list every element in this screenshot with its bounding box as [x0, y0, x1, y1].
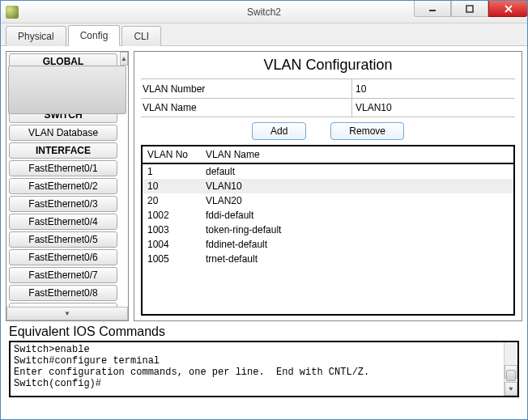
tab-config[interactable]: Config: [68, 25, 121, 46]
cell-vlan-name: VLAN10: [201, 179, 513, 193]
ios-scrollbar[interactable]: ▲ ▼: [504, 342, 517, 396]
cell-vlan-name: VLAN20: [201, 193, 513, 208]
table-row[interactable]: 20VLAN20: [143, 193, 513, 208]
scroll-thumb[interactable]: [506, 370, 516, 381]
main-panel: VLAN Configuration VLAN Number VLAN Name…: [134, 51, 522, 321]
config-area: GLOBALSettingsAlgorithm SettingsSWITCHVL…: [1, 46, 527, 321]
scroll-down-icon[interactable]: ▼: [6, 307, 128, 320]
ios-section: Equivalent IOS Commands Switch>enable Sw…: [1, 321, 527, 404]
add-button[interactable]: Add: [252, 122, 306, 140]
ios-text: Switch>enable Switch#configure terminal …: [14, 344, 369, 389]
table-row[interactable]: 1002fddi-default: [143, 208, 513, 223]
window-title: Switch2: [1, 6, 527, 18]
scroll-up-icon[interactable]: ▲: [120, 52, 128, 66]
table-column-header[interactable]: VLAN Name: [201, 146, 513, 163]
app-window: Switch2 PhysicalConfigCLI GLOBALSettings…: [0, 0, 528, 420]
cell-vlan-no: 1005: [143, 252, 201, 266]
scroll-track[interactable]: [6, 66, 128, 307]
vlan-name-input[interactable]: [352, 100, 515, 115]
cell-vlan-no: 1: [143, 163, 201, 179]
vlan-number-row: VLAN Number: [141, 78, 515, 98]
cell-vlan-no: 1002: [143, 208, 201, 223]
remove-button[interactable]: Remove: [330, 122, 404, 140]
cell-vlan-no: 20: [143, 193, 201, 208]
cell-vlan-name: default: [201, 163, 513, 179]
table-header-row: VLAN NoVLAN Name: [143, 146, 513, 163]
table-body: 1default10VLAN1020VLAN201002fddi-default…: [143, 163, 513, 266]
vlan-table: VLAN NoVLAN Name 1default10VLAN1020VLAN2…: [143, 146, 513, 266]
vlan-number-input[interactable]: [352, 82, 515, 96]
cell-vlan-no: 1004: [143, 237, 201, 252]
vlan-name-row: VLAN Name: [141, 98, 515, 117]
tab-cli[interactable]: CLI: [121, 26, 161, 46]
vlan-name-label: VLAN Name: [141, 102, 351, 113]
scroll-thumb[interactable]: [8, 66, 126, 114]
cell-vlan-no: 10: [143, 179, 201, 193]
cell-vlan-name: fddinet-default: [201, 237, 513, 252]
scroll-down-icon[interactable]: ▼: [505, 382, 517, 396]
sidebar: GLOBALSettingsAlgorithm SettingsSWITCHVL…: [6, 51, 129, 321]
ios-output[interactable]: Switch>enable Switch#configure terminal …: [9, 341, 519, 397]
vlan-table-container: VLAN NoVLAN Name 1default10VLAN1020VLAN2…: [141, 145, 515, 316]
vlan-number-label: VLAN Number: [141, 83, 351, 95]
sidebar-scrollbar[interactable]: ▲ ▼: [120, 52, 128, 320]
ios-label: Equivalent IOS Commands: [9, 325, 519, 339]
tab-physical[interactable]: Physical: [6, 26, 66, 46]
cell-vlan-name: trnet-default: [201, 252, 513, 266]
table-row[interactable]: 1004fddinet-default: [143, 237, 513, 252]
table-row[interactable]: 10VLAN10: [143, 179, 513, 193]
body: GLOBALSettingsAlgorithm SettingsSWITCHVL…: [1, 46, 527, 419]
cell-vlan-name: token-ring-default: [201, 223, 513, 237]
table-column-header[interactable]: VLAN No: [143, 146, 201, 163]
table-row[interactable]: 1default: [143, 163, 513, 179]
table-row[interactable]: 1003token-ring-default: [143, 223, 513, 237]
titlebar: Switch2: [1, 1, 527, 23]
cell-vlan-no: 1003: [143, 223, 201, 237]
tab-row: PhysicalConfigCLI: [1, 23, 527, 46]
button-row: Add Remove: [141, 117, 515, 145]
table-row[interactable]: 1005trnet-default: [143, 252, 513, 266]
panel-title: VLAN Configuration: [141, 57, 515, 74]
cell-vlan-name: fddi-default: [201, 208, 513, 223]
